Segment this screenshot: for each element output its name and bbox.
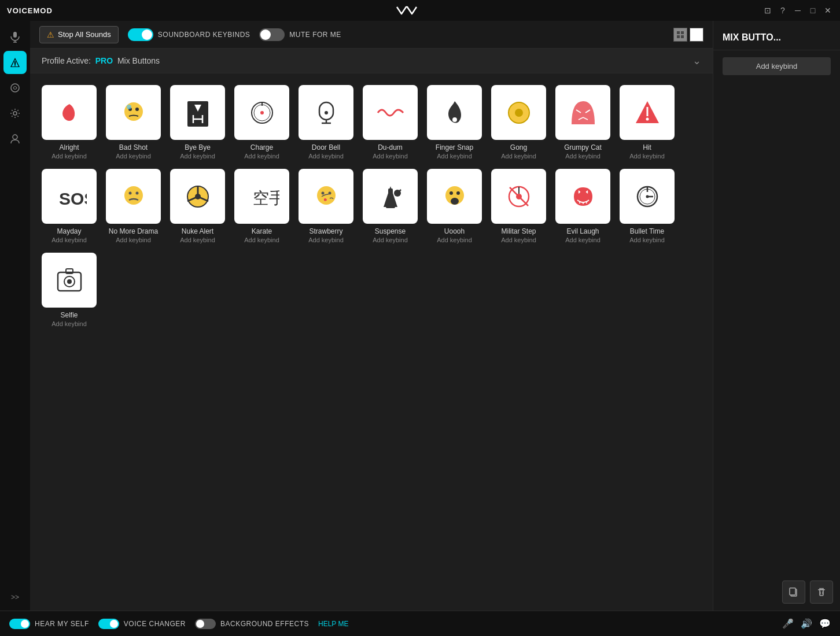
titlebar-controls: ⊡ ? ─ □ ✕ [762,5,833,16]
grid-view-button[interactable] [673,28,687,42]
voice-changer-toggle[interactable] [98,619,119,629]
sound-item-17[interactable]: UooohAdd keybind [427,169,482,243]
copy-button[interactable] [782,580,805,604]
soundboard-keybinds-label: SOUNDBOARD KEYBINDS [158,31,250,39]
svg-rect-12 [677,35,680,38]
list-view-button[interactable] [690,28,703,42]
sound-item-13[interactable]: Nuke AlertAdd keybind [170,169,225,243]
sound-item-2[interactable]: Bad ShotAdd keybind [106,85,161,160]
pip-button[interactable]: ⊡ [762,5,773,16]
svg-point-21 [135,108,139,111]
sound-name-15: Strawberry [309,227,342,235]
sound-item-15[interactable]: StrawberryAdd keybind [299,169,353,243]
status-icons: 🎤 🔊 💬 [782,618,831,629]
right-panel-title: MIX BUTTO... [713,21,840,50]
svg-point-43 [515,109,523,117]
help-button[interactable]: ? [778,5,788,16]
mute-for-me-toggle[interactable] [259,28,285,41]
sound-keybind-13[interactable]: Add keybind [180,236,215,243]
sound-keybind-18[interactable]: Add keybind [501,236,536,243]
sound-keybind-3[interactable]: Add keybind [180,153,215,160]
delete-button[interactable] [810,580,833,604]
sound-item-21[interactable]: SelfieAdd keybind [42,253,97,327]
hear-myself-toggle[interactable] [9,619,30,629]
sidebar-item-profile[interactable] [3,127,27,150]
sound-keybind-15[interactable]: Add keybind [308,236,344,243]
sound-item-7[interactable]: Finger SnapAdd keybind [427,85,482,160]
sidebar-item-settings[interactable] [3,102,27,125]
sound-keybind-10[interactable]: Add keybind [629,153,665,160]
help-link[interactable]: HELP ME [318,620,348,628]
sound-name-13: Nuke Alert [182,227,213,235]
profile-info: Profile Active: PRO Mix Buttons [42,56,160,66]
sound-item-16[interactable]: SuspenseAdd keybind [363,169,418,243]
minimize-button[interactable]: ─ [793,5,803,16]
sound-item-11[interactable]: SOSMaydayAdd keybind [42,169,97,243]
sound-tile-9 [555,85,610,140]
sound-keybind-21[interactable]: Add keybind [51,320,87,327]
sound-name-9: Grumpy Cat [564,143,602,151]
sound-keybind-1[interactable]: Add keybind [51,153,87,160]
soundboard-keybinds-toggle[interactable] [128,28,153,41]
sidebar-item-mic[interactable] [3,25,27,49]
sound-name-14: Karate [252,227,272,235]
voice-changer-knob [110,620,118,628]
profile-bar[interactable]: Profile Active: PRO Mix Buttons ⌄ [30,49,713,73]
sound-item-5[interactable]: Door BellAdd keybind [299,85,353,160]
sound-tile-5 [299,85,353,140]
sound-keybind-8[interactable]: Add keybind [501,153,536,160]
panel-add-keybind-button[interactable]: Add keybind [723,57,831,75]
sidebar-item-effects[interactable] [3,76,27,99]
sound-item-20[interactable]: Bullet TimeAdd keybind [620,169,675,243]
sound-item-6[interactable]: Du-dumAdd keybind [363,85,418,160]
profile-chevron-icon[interactable]: ⌄ [692,54,701,67]
sound-keybind-6[interactable]: Add keybind [373,153,408,160]
sound-item-10[interactable]: HitAdd keybind [620,85,675,160]
sound-keybind-19[interactable]: Add keybind [565,236,600,243]
mic-status-icon[interactable]: 🎤 [782,618,794,629]
sound-keybind-7[interactable]: Add keybind [437,153,472,160]
sound-keybind-9[interactable]: Add keybind [565,153,600,160]
sound-item-9[interactable]: Grumpy CatAdd keybind [555,85,610,160]
sound-item-19[interactable]: Evil LaughAdd keybind [555,169,610,243]
right-panel: MIX BUTTO... Add keybind [713,21,840,611]
svg-point-89 [646,195,649,198]
sound-keybind-12[interactable]: Add keybind [116,236,151,243]
sound-name-8: Gong [510,143,527,151]
background-effects-toggle[interactable] [195,619,216,629]
sound-keybind-14[interactable]: Add keybind [244,236,279,243]
sidebar-expand-button[interactable]: >> [3,589,27,606]
sidebar-item-soundboard[interactable] [3,51,27,74]
sound-tile-6 [363,85,418,140]
sound-keybind-5[interactable]: Add keybind [308,153,344,160]
svg-rect-15 [693,34,700,36]
svg-point-78 [516,194,522,199]
sound-item-1[interactable]: AlrightAdd keybind [42,85,97,160]
sound-item-4[interactable]: ChargeAdd keybind [234,85,289,160]
hear-myself-knob [21,620,29,628]
sound-keybind-16[interactable]: Add keybind [373,236,408,243]
maximize-button[interactable]: □ [808,5,818,16]
sound-name-7: Finger Snap [436,143,473,151]
background-effects-knob [196,620,204,628]
chat-status-icon[interactable]: 💬 [819,618,831,629]
svg-text:SOS: SOS [59,189,87,208]
svg-rect-14 [693,31,700,33]
sound-keybind-4[interactable]: Add keybind [244,153,279,160]
sound-keybind-20[interactable]: Add keybind [629,236,665,243]
settings-icon [9,108,21,119]
voice-changer-label: VOICE CHANGER [124,620,186,628]
volume-status-icon[interactable]: 🔊 [801,618,812,629]
close-button[interactable]: ✕ [823,5,833,16]
sound-item-3[interactable]: Bye ByeAdd keybind [170,85,225,160]
sound-item-12[interactable]: No More DramaAdd keybind [106,169,161,243]
sound-keybind-11[interactable]: Add keybind [51,236,87,243]
stop-sounds-button[interactable]: ⚠ Stop All Sounds [39,26,119,43]
background-effects-label: BACKGROUND EFFECTS [220,620,309,628]
sound-item-18[interactable]: Militar StepAdd keybind [491,169,546,243]
hear-myself-group: HEAR MY SELF [9,619,89,629]
sound-item-8[interactable]: GongAdd keybind [491,85,546,160]
sound-keybind-17[interactable]: Add keybind [437,236,472,243]
sound-item-14[interactable]: 空手KarateAdd keybind [234,169,289,243]
sound-keybind-2[interactable]: Add keybind [116,153,151,160]
